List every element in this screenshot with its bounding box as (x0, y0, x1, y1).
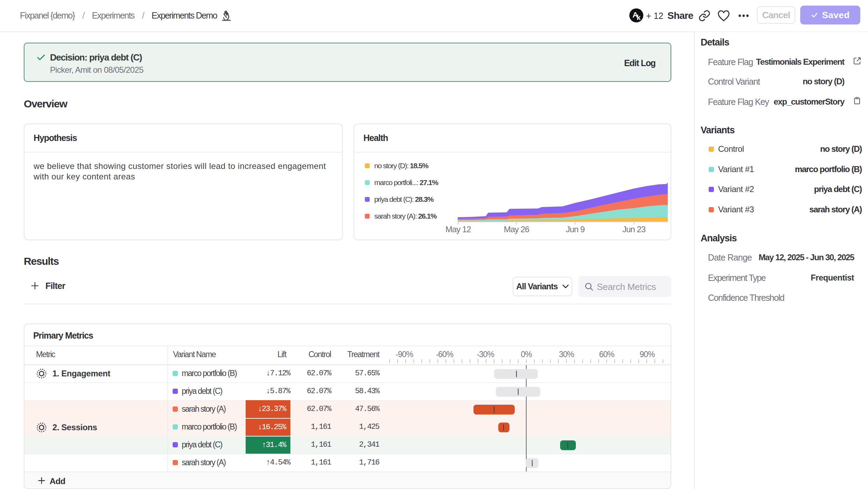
svg-text:May 26: May 26 (504, 225, 529, 234)
svg-text:May 12: May 12 (446, 225, 471, 234)
svg-text:k: k (637, 14, 641, 21)
svg-text:Jun 9: Jun 9 (566, 225, 585, 234)
svg-text:Jun 23: Jun 23 (622, 225, 646, 234)
